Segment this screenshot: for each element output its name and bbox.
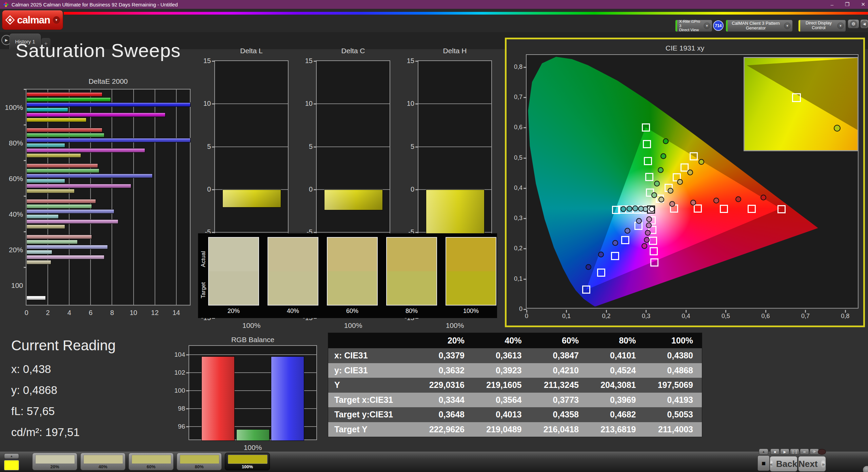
cie-target-square <box>777 205 786 213</box>
delta_l-y-tick: 5 <box>196 143 211 151</box>
read-stop-button[interactable]: ■ <box>757 455 770 471</box>
rgb-bar-green <box>236 429 270 441</box>
collapse-panel-button[interactable]: ◀ <box>860 19 868 28</box>
bar-gloss <box>27 174 152 178</box>
cie-x-tick-mark <box>686 310 687 313</box>
cie-measured-point <box>644 237 650 243</box>
deltae-y-tick <box>24 160 26 161</box>
pattern-level-label: 60% <box>129 464 173 469</box>
cie-x-tick: 0,5 <box>719 313 732 320</box>
chevron-down-icon: ▼ <box>784 22 791 29</box>
next-button[interactable]: Next » <box>798 456 826 472</box>
bar-gloss <box>27 184 131 188</box>
cie-x-tick: 0,1 <box>559 313 573 320</box>
cie-target-square <box>621 236 629 244</box>
cie-measured-point <box>632 205 638 211</box>
cie-x-tick: 0,2 <box>599 313 613 320</box>
delta_l-gridline <box>215 232 288 233</box>
compare-swatch-100% <box>446 237 496 306</box>
bar-gloss <box>27 210 114 213</box>
cie-measured-point <box>646 216 652 222</box>
cie-measured-point <box>677 179 683 185</box>
rgb-balance-title: RGB Balance <box>231 336 274 344</box>
back-button[interactable]: « Back <box>770 456 797 472</box>
cie-y-tick: 0,2 <box>510 245 522 252</box>
help-button[interactable] <box>863 466 868 472</box>
deltae-bar-80%-red <box>26 128 102 132</box>
pattern-level-button-100%[interactable]: 100% <box>225 453 270 470</box>
calman-logo-text: calman <box>17 14 50 26</box>
transport-play-button[interactable]: ▶ <box>780 449 789 455</box>
delta_l-y-tick: 0 <box>196 185 211 193</box>
rgb-tick-mark <box>186 372 189 373</box>
pattern-level-button-60%[interactable]: 60% <box>129 453 174 470</box>
deltae-gridline <box>176 90 177 305</box>
table-cell: 0,4524 <box>588 363 645 378</box>
toolbar: calman ▼ X-Rite i1Pro 3 Direct View ▼ 71… <box>0 9 868 32</box>
transport-loop-button[interactable]: ∞ <box>800 449 809 455</box>
pattern-generator-dropdown[interactable]: CalMAN Client 3 Pattern Generator ▼ <box>726 20 793 32</box>
deltae-bar-40%-magenta <box>26 219 118 224</box>
minimize-button[interactable]: – <box>831 2 833 7</box>
table-row-label: Y <box>328 378 416 393</box>
deltae-y-tick <box>24 231 26 232</box>
cie-measured-point <box>638 206 644 212</box>
bar-gloss <box>27 108 68 112</box>
close-button[interactable]: ✕ <box>861 1 865 7</box>
pattern-level-button-80%[interactable]: 80% <box>177 453 222 470</box>
chevron-down-icon: ▼ <box>704 22 710 29</box>
meter-count-badge[interactable]: 714 <box>713 20 724 31</box>
expand-transport-button[interactable]: ▲ <box>759 449 768 455</box>
delta_l-gridline <box>215 146 288 147</box>
pattern-level-button-40%[interactable]: 40% <box>80 453 125 470</box>
delta_c-gridline <box>317 232 390 233</box>
transport-stop-small-button[interactable]: ■ <box>770 449 780 455</box>
maximize-button[interactable]: ❐ <box>845 1 849 7</box>
bar-gloss <box>27 169 99 173</box>
table-column-header: 100% <box>645 333 702 348</box>
deltae-bar-60%-cyan <box>26 179 65 183</box>
table-cell: 0,3379 <box>416 348 474 363</box>
current-pattern-patch[interactable] <box>4 460 19 470</box>
transport-pattern-window-button[interactable]: [··] <box>790 449 799 455</box>
pattern-level-button-20%[interactable]: 20% <box>32 453 77 470</box>
calman-menu-button[interactable]: calman ▼ <box>2 10 63 30</box>
table-cell: 216,0418 <box>531 422 588 437</box>
table-cell: 0,3564 <box>473 393 531 408</box>
meter-dropdown[interactable]: X-Rite i1Pro 3 Direct View ▼ <box>675 20 712 32</box>
bar-gloss <box>27 225 65 229</box>
table-row: Target x:CIE310,33440,35640,37730,39690,… <box>328 393 702 408</box>
table-column-header: 80% <box>588 333 645 348</box>
deltae-x-tick: 4 <box>64 309 74 317</box>
pattern-window-icon: [··] <box>792 450 796 454</box>
settings-button[interactable]: ⚙ <box>848 19 859 28</box>
cie-target-square <box>694 204 702 213</box>
bar-gloss <box>27 245 107 249</box>
deltae-bar-20%-cyan <box>26 250 52 254</box>
deltae-y-tick <box>24 89 26 90</box>
cie-measured-point <box>598 252 604 257</box>
bar-gloss <box>27 113 165 117</box>
rgb-tick-mark <box>186 408 189 409</box>
cie-target-square <box>582 286 590 294</box>
actual-row-label: Actual <box>200 249 207 269</box>
display-control-dropdown[interactable]: Direct Display Control ▼ <box>798 20 846 32</box>
cie-x-tick-mark <box>725 310 726 313</box>
delta_l-x-label: 100% <box>215 321 288 330</box>
table-cell: 0,3773 <box>531 393 588 408</box>
transport-refresh-button[interactable]: ⟳ <box>810 449 819 455</box>
table-cell: 222,9626 <box>416 422 474 437</box>
deltae-bar-100%-yellow <box>26 118 86 122</box>
cie-measured-point <box>690 200 696 205</box>
bar-gloss <box>27 179 65 183</box>
cie-measured-point <box>620 206 626 212</box>
bar-gloss <box>27 143 65 147</box>
deltae-bar-100-yellow <box>26 296 46 300</box>
expand-patch-button[interactable]: ▲ <box>4 453 19 459</box>
cie-target-square <box>645 173 653 181</box>
cie-zoom-inset <box>744 57 859 151</box>
chevron-left-icon: ◀ <box>861 20 868 27</box>
deltae-y-label: 20% <box>1 246 23 254</box>
deltae-bar-40%-blue <box>26 209 114 214</box>
out-of-gamut-shade <box>745 58 857 150</box>
